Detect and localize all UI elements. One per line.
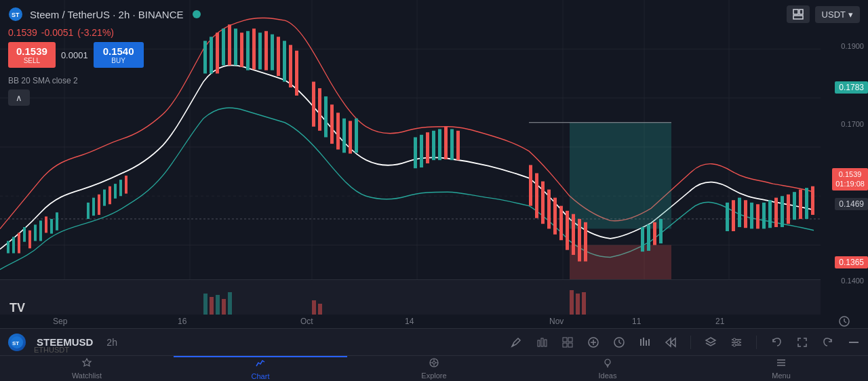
- price-boxes: 0.1539 SELL 0.0001 0.1540 BUY: [8, 42, 144, 68]
- svg-point-141: [733, 338, 736, 341]
- nav-explore[interactable]: Explore: [347, 356, 521, 381]
- price-tick-1400: 0.1400: [822, 277, 867, 285]
- svg-point-152: [605, 359, 610, 365]
- svg-rect-29: [98, 195, 100, 215]
- svg-rect-25: [50, 219, 53, 234]
- svg-rect-60: [420, 135, 423, 167]
- svg-rect-34: [125, 176, 127, 194]
- svg-rect-55: [336, 113, 340, 149]
- svg-rect-73: [566, 211, 569, 250]
- svg-rect-92: [793, 192, 796, 220]
- rewind-button[interactable]: [665, 336, 677, 348]
- redo-button[interactable]: [822, 336, 834, 348]
- svg-rect-95: [811, 186, 814, 215]
- buy-box[interactable]: 0.1540 BUY: [94, 42, 144, 68]
- collapse-button[interactable]: ∧: [8, 89, 30, 106]
- svg-rect-82: [732, 200, 735, 231]
- time-button[interactable]: [613, 336, 625, 348]
- price-change-pct: (-3.21%): [77, 27, 114, 38]
- svg-rect-70: [547, 190, 551, 229]
- add-indicator-button[interactable]: [587, 336, 599, 348]
- svg-rect-80: [659, 219, 663, 243]
- svg-rect-63: [438, 129, 441, 160]
- svg-rect-67: [529, 165, 532, 205]
- explore-label: Explore: [421, 372, 446, 380]
- svg-rect-71: [553, 198, 557, 235]
- layers-button[interactable]: [705, 336, 717, 348]
- watchlist-icon: [81, 357, 92, 370]
- header-right: USDT ▾: [787, 5, 860, 23]
- svg-rect-53: [324, 96, 328, 137]
- svg-rect-91: [787, 195, 790, 224]
- ideas-icon: [602, 357, 613, 370]
- bottom-nav: Watchlist Chart Explore: [0, 355, 868, 381]
- clock-icon: [837, 315, 851, 328]
- bb-indicator-label: BB 20 SMA close 2: [8, 76, 78, 85]
- price-change-val: -0.0051: [41, 27, 73, 38]
- svg-rect-88: [768, 200, 772, 228]
- svg-rect-68: [535, 173, 538, 218]
- svg-rect-23: [39, 220, 42, 241]
- price-section: 0.1539 -0.0051 (-3.21%) 0.1539 SELL 0.00…: [8, 27, 144, 68]
- svg-rect-21: [28, 230, 31, 249]
- svg-rect-35: [203, 41, 207, 73]
- svg-rect-84: [744, 200, 747, 228]
- currency-selector[interactable]: USDT ▾: [815, 6, 860, 23]
- volume-button[interactable]: [639, 336, 651, 348]
- svg-rect-58: [355, 119, 358, 153]
- svg-text:ST: ST: [12, 340, 19, 346]
- time-11: 11: [632, 317, 641, 326]
- svg-rect-77: [641, 227, 644, 252]
- sell-box[interactable]: 0.1539 SELL: [8, 42, 56, 68]
- undo-button[interactable]: [770, 336, 783, 348]
- nav-watchlist[interactable]: Watchlist: [0, 356, 174, 381]
- chevron-up-icon: ∧: [16, 93, 22, 103]
- current-price-label: 0.1539 01:19:08: [832, 168, 868, 190]
- svg-rect-78: [647, 224, 650, 251]
- svg-rect-47: [277, 37, 280, 76]
- svg-marker-137: [671, 338, 675, 346]
- svg-marker-145: [83, 359, 91, 366]
- svg-rect-20: [23, 227, 26, 242]
- svg-rect-52: [318, 88, 321, 131]
- svg-rect-26: [56, 212, 58, 230]
- draw-tool-button[interactable]: [510, 336, 522, 348]
- svg-rect-61: [426, 132, 429, 163]
- price-axis: 0.1900 0.1700 0.1600 0.1400: [821, 0, 868, 327]
- settings-button[interactable]: [730, 336, 743, 348]
- svg-rect-59: [414, 137, 417, 168]
- svg-rect-94: [805, 188, 808, 219]
- live-indicator: [193, 10, 201, 18]
- svg-text:ST: ST: [12, 12, 20, 18]
- svg-rect-18: [12, 237, 15, 253]
- svg-rect-42: [246, 31, 250, 71]
- svg-rect-57: [349, 121, 352, 153]
- fullscreen-button[interactable]: [796, 336, 808, 348]
- toolbar-icons: [510, 336, 860, 349]
- svg-rect-19: [18, 233, 20, 253]
- svg-rect-54: [330, 104, 334, 144]
- svg-rect-89: [774, 198, 778, 227]
- chart-type-button[interactable]: [536, 336, 548, 348]
- nav-ideas[interactable]: Ideas: [521, 356, 694, 381]
- layout-button[interactable]: [787, 5, 810, 23]
- chart-title: Steem / TetherUS · 2h · BINANCE: [30, 9, 183, 20]
- layout-grid-button[interactable]: [561, 336, 574, 348]
- svg-rect-85: [750, 203, 753, 229]
- time-16: 16: [178, 317, 186, 326]
- time-oct: Oct: [300, 317, 313, 326]
- svg-rect-28: [92, 198, 95, 216]
- time-nov: Nov: [549, 317, 564, 326]
- price-tick-1900: 0.1900: [822, 42, 867, 50]
- toolbar-divider-2: [756, 336, 757, 349]
- chart-nav-label: Chart: [252, 372, 270, 380]
- svg-rect-24: [45, 216, 47, 233]
- svg-rect-66: [456, 131, 460, 160]
- ideas-label: Ideas: [599, 372, 617, 380]
- sub-ticker: ETHUSDT: [34, 346, 69, 354]
- more-button[interactable]: [848, 336, 860, 348]
- nav-chart[interactable]: Chart: [174, 356, 347, 381]
- svg-rect-76: [584, 222, 587, 262]
- buy-price: 0.1540: [103, 45, 134, 57]
- nav-menu[interactable]: Menu: [694, 356, 868, 381]
